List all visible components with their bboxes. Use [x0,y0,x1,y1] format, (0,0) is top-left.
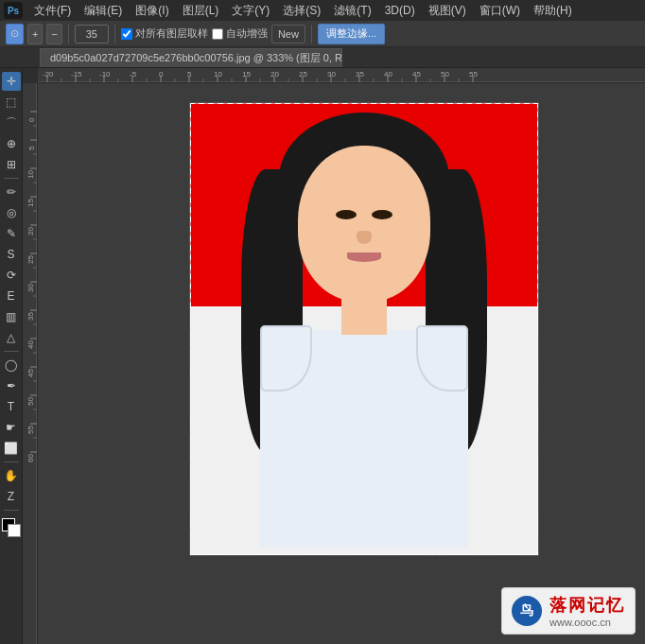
tool-divider-1 [4,178,19,179]
svg-text:40: 40 [26,340,35,349]
menu-help[interactable]: 帮助(H) [528,1,578,21]
type-icon[interactable]: T [2,397,21,416]
marquee-tool-icon[interactable]: ⬚ [2,93,21,112]
neck [341,297,387,335]
eraser-icon[interactable]: E [2,287,21,305]
svg-text:5: 5 [187,70,192,78]
tab-filename: d09b5c0a027d72709c5e276bb0c00756.jpg @ 3… [50,51,342,65]
add-selection-btn[interactable]: + [27,24,43,44]
svg-text:0: 0 [159,70,164,78]
ruler-left-svg: 0 5 10 15 20 25 30 35 40 [23,83,38,644]
svg-text:20: 20 [26,227,35,235]
clone-stamp-icon[interactable]: S [2,245,21,264]
svg-text:25: 25 [299,70,307,78]
auto-enhance-checkbox[interactable]: 自动增强 [212,26,268,41]
menu-filter[interactable]: 滤镜(T) [328,1,376,21]
svg-text:55: 55 [26,426,35,434]
heal-brush-icon[interactable]: ◎ [2,203,21,222]
document-tab[interactable]: d09b5c0a027d72709c5e276bb0c00756.jpg @ 3… [40,48,342,67]
svg-text:15: 15 [242,70,251,78]
move-tool-icon[interactable]: ✛ [2,72,21,91]
canvas-surface[interactable]: 鸟 落网记忆 www.oooc.cn [38,83,645,644]
canvas-body: 0 5 10 15 20 25 30 35 40 [23,83,645,644]
separator-3 [311,25,312,44]
background-color[interactable] [8,524,21,537]
new-tag-label: New [271,25,305,44]
svg-text:25: 25 [26,255,35,264]
svg-text:15: 15 [26,199,35,207]
menu-3d[interactable]: 3D(D) [379,2,421,19]
menu-file[interactable]: 文件(F) [28,1,77,21]
svg-text:50: 50 [26,397,35,406]
main-area: ✛ ⬚ ⌒ ⊕ ⊞ ✏ ◎ ✎ S ⟳ E ▥ △ ◯ ✒ T ☛ ⬜ ✋ Z [0,68,645,644]
subtract-icon: − [51,28,57,40]
svg-text:55: 55 [469,70,478,78]
menu-image[interactable]: 图像(I) [130,1,174,21]
svg-text:-5: -5 [130,70,137,78]
svg-text:5: 5 [27,146,36,150]
svg-text:-15: -15 [71,70,82,78]
pen-icon[interactable]: ✒ [2,376,21,395]
menu-select[interactable]: 选择(S) [277,1,326,21]
watermark-overlay: 鸟 落网记忆 www.oooc.cn [501,587,636,635]
separator-2 [114,25,115,44]
refine-edge-button[interactable]: 调整边缘... [318,24,385,44]
tab-bar: d09b5c0a027d72709c5e276bb0c00756.jpg @ 3… [0,47,645,68]
nose [357,231,372,244]
svg-text:35: 35 [26,312,35,321]
add-icon: + [32,28,38,40]
svg-text:60: 60 [26,454,35,462]
svg-text:-20: -20 [43,70,54,78]
watermark-title: 落网记忆 [549,594,625,617]
brush-icon[interactable]: ✎ [2,224,21,243]
ruler-top: -20 -15 -10 -5 0 5 10 15 20 [38,68,645,83]
eye-right [336,210,357,219]
face [298,146,430,302]
svg-text:45: 45 [26,369,35,377]
shape-icon[interactable]: ⬜ [2,439,21,458]
zoom-icon[interactable]: Z [2,487,21,506]
selection-brush-icon: ⊙ [10,27,19,40]
dodge-icon[interactable]: ◯ [2,356,21,374]
canvas-background [190,103,538,555]
canvas-area[interactable]: -20 -15 -10 -5 0 5 10 15 20 [23,68,645,644]
eye-left [372,210,392,219]
crop-tool-icon[interactable]: ⊞ [2,155,21,174]
svg-text:40: 40 [384,70,392,78]
photo-canvas[interactable] [189,102,539,556]
quick-select-icon[interactable]: ⊕ [2,134,21,153]
tool-divider-4 [4,510,19,511]
ruler-left: 0 5 10 15 20 25 30 35 40 [23,83,38,644]
brush-size-input[interactable]: 35 [75,25,109,44]
blur-icon[interactable]: △ [2,328,21,347]
hand-tool-icon[interactable]: ✋ [2,466,21,485]
color-boxes[interactable] [2,518,21,537]
history-brush-icon[interactable]: ⟳ [2,266,21,285]
menu-bar: Ps 文件(F) 编辑(E) 图像(I) 图层(L) 文字(Y) 选择(S) 滤… [0,0,645,21]
svg-text:45: 45 [412,70,421,78]
gradient-icon[interactable]: ▥ [2,307,21,326]
menu-layer[interactable]: 图层(L) [177,1,225,21]
sample-all-layers-checkbox[interactable]: 对所有图层取样 [121,26,208,41]
lasso-tool-icon[interactable]: ⌒ [2,113,21,132]
watermark-url: www.oooc.cn [549,617,625,628]
ruler-corner [23,68,38,83]
menu-view[interactable]: 视图(V) [423,1,472,21]
eyedropper-icon[interactable]: ✏ [2,183,21,201]
subtract-selection-btn[interactable]: − [46,24,61,44]
person-container [232,113,497,548]
tool-divider-2 [4,351,19,352]
svg-text:-10: -10 [99,70,111,78]
svg-text:20: 20 [270,70,279,78]
menu-type[interactable]: 文字(Y) [226,1,275,21]
ruler-top-svg: -20 -15 -10 -5 0 5 10 15 20 [38,68,645,83]
path-select-icon[interactable]: ☛ [2,418,21,437]
ruler-top-container: -20 -15 -10 -5 0 5 10 15 20 [23,68,645,83]
svg-text:50: 50 [441,70,449,78]
options-toolbar: ⊙ + − 35 对所有图层取样 自动增强 New 调整边缘... [0,21,645,47]
svg-text:10: 10 [214,70,222,78]
svg-text:35: 35 [356,70,364,78]
menu-window[interactable]: 窗口(W) [474,1,526,21]
quick-selection-tool-btn[interactable]: ⊙ [6,24,24,44]
menu-edit[interactable]: 编辑(E) [78,1,128,21]
